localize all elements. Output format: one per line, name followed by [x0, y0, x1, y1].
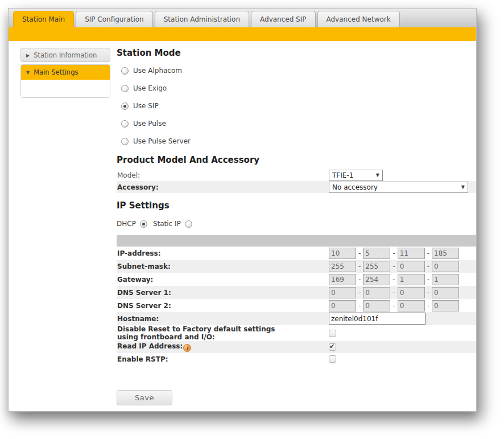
gateway-octet-input[interactable]: [363, 274, 390, 285]
form-row-enable-rstp: Enable RSTP:: [117, 353, 476, 365]
static-ip-label: Static IP: [153, 220, 181, 228]
subnet-octet-input[interactable]: [398, 261, 425, 272]
sidebar-submenu-panel: [21, 80, 110, 97]
dns1-octet-input[interactable]: [329, 287, 356, 298]
ip-octet-input[interactable]: [398, 248, 425, 259]
subnet-mask-octets: - - -: [329, 261, 459, 272]
octet-separator: -: [358, 276, 361, 284]
dns-server-2-label: DNS Server 2:: [117, 302, 329, 310]
chevron-down-icon: ▼: [376, 173, 379, 178]
radio-icon[interactable]: [121, 120, 129, 128]
radio-icon[interactable]: [121, 85, 129, 92]
hostname-input[interactable]: [329, 313, 425, 325]
sidebar-item-label: Main Settings: [34, 68, 78, 76]
subnet-octet-input[interactable]: [363, 261, 390, 272]
disable-reset-label: Disable Reset to Factory default setting…: [117, 325, 329, 341]
form-row-model: Model: TFIE-1 ▼: [117, 169, 476, 181]
table-header-bar: [117, 235, 476, 247]
octet-separator: -: [393, 276, 395, 284]
disable-reset-checkbox[interactable]: [329, 330, 336, 337]
enable-rstp-checkbox[interactable]: [329, 355, 336, 363]
app-window: Station Main SIP Configuration Station A…: [8, 8, 477, 412]
octet-separator: -: [393, 262, 395, 270]
section-title-station-mode: Station Mode: [117, 48, 476, 58]
sidebar-accordion-main-settings: ▼Main Settings: [20, 64, 110, 98]
dns2-octet-input[interactable]: [398, 300, 425, 311]
tab-advanced-sip[interactable]: Advanced SIP: [251, 11, 315, 27]
dns1-octet-input[interactable]: [398, 287, 425, 298]
dns2-octet-input[interactable]: [329, 300, 356, 311]
form-row-dns-server-1: DNS Server 1: - - -: [117, 286, 476, 299]
gateway-octets: - - -: [329, 274, 459, 285]
radio-label: Use SIP: [133, 102, 159, 110]
form-row-read-ip-address: Read IP Address:i: [117, 341, 476, 353]
model-label: Model:: [117, 171, 329, 179]
radio-option-use-pulse[interactable]: Use Pulse: [121, 120, 476, 128]
content-area: ▶Station Information ▼Main Settings Stat…: [9, 41, 476, 405]
gateway-label: Gateway:: [117, 276, 329, 284]
static-ip-radio[interactable]: [185, 220, 192, 228]
info-icon[interactable]: i: [183, 344, 191, 352]
hostname-label: Hostname:: [117, 315, 329, 323]
accent-bar: [9, 27, 476, 41]
read-ip-address-label-text: Read IP Address:: [117, 342, 183, 350]
dns-server-1-label: DNS Server 1:: [117, 289, 329, 297]
tab-sip-configuration[interactable]: SIP Configuration: [76, 11, 153, 27]
gateway-octet-input[interactable]: [398, 274, 425, 285]
ip-octet-input[interactable]: [432, 248, 459, 259]
form-row-hostname: Hostname:: [117, 312, 476, 325]
subnet-mask-label: Subnet-mask:: [117, 262, 329, 270]
dns1-octet-input[interactable]: [363, 287, 390, 298]
read-ip-address-checkbox[interactable]: [329, 343, 336, 351]
form-row-disable-reset: Disable Reset to Factory default setting…: [117, 325, 476, 341]
dns2-octet-input[interactable]: [363, 300, 390, 311]
accessory-select[interactable]: No accessory ▼: [329, 182, 468, 193]
dhcp-radio[interactable]: [140, 220, 147, 228]
ip-octet-input[interactable]: [329, 248, 356, 259]
octet-separator: -: [393, 249, 395, 257]
radio-option-use-exigo[interactable]: Use Exigo: [121, 84, 476, 92]
dhcp-mode-row: DHCP Static IP: [117, 220, 476, 228]
radio-icon-selected[interactable]: [121, 102, 129, 110]
model-select[interactable]: TFIE-1 ▼: [329, 170, 383, 181]
gateway-octet-input[interactable]: [329, 274, 356, 285]
accessory-select-value: No accessory: [332, 183, 378, 191]
model-select-value: TFIE-1: [332, 171, 353, 179]
dhcp-label: DHCP: [117, 220, 136, 228]
sidebar-item-station-information[interactable]: ▶Station Information: [20, 48, 110, 62]
form-row-dns-server-2: DNS Server 2: - - -: [117, 299, 476, 312]
radio-label: Use Pulse Server: [133, 137, 191, 145]
gateway-octet-input[interactable]: [432, 274, 459, 285]
chevron-right-icon: ▶: [26, 53, 30, 58]
dns-server-2-octets: - - -: [329, 300, 459, 311]
main-panel: Station Mode Use Alphacom Use Exigo Use …: [110, 48, 476, 405]
dns2-octet-input[interactable]: [432, 300, 459, 311]
radio-label: Use Pulse: [133, 120, 166, 128]
radio-option-use-pulse-server[interactable]: Use Pulse Server: [121, 137, 476, 145]
tab-advanced-network[interactable]: Advanced Network: [317, 11, 400, 27]
octet-separator: -: [393, 302, 395, 310]
save-button[interactable]: Save: [117, 390, 172, 405]
subnet-octet-input[interactable]: [329, 261, 356, 272]
tab-station-main[interactable]: Station Main: [13, 11, 74, 27]
sidebar-item-main-settings[interactable]: ▼Main Settings: [21, 65, 110, 80]
octet-separator: -: [427, 262, 429, 270]
radio-icon[interactable]: [121, 138, 129, 145]
octet-separator: -: [427, 289, 429, 297]
radio-icon[interactable]: [121, 67, 129, 75]
chevron-down-icon: ▼: [26, 70, 30, 75]
enable-rstp-label: Enable RSTP:: [117, 355, 329, 363]
subnet-octet-input[interactable]: [432, 261, 459, 272]
radio-option-use-alphacom[interactable]: Use Alphacom: [121, 67, 476, 75]
tab-station-administration[interactable]: Station Administration: [155, 11, 249, 27]
dns1-octet-input[interactable]: [432, 287, 459, 298]
octet-separator: -: [358, 262, 361, 270]
octet-separator: -: [427, 302, 429, 310]
ip-address-label: IP-address:: [117, 249, 329, 257]
dns-server-1-octets: - - -: [329, 287, 459, 298]
octet-separator: -: [427, 249, 429, 257]
sidebar: ▶Station Information ▼Main Settings: [20, 48, 110, 405]
octet-separator: -: [358, 249, 361, 257]
radio-option-use-sip[interactable]: Use SIP: [121, 102, 476, 110]
ip-octet-input[interactable]: [363, 248, 390, 259]
